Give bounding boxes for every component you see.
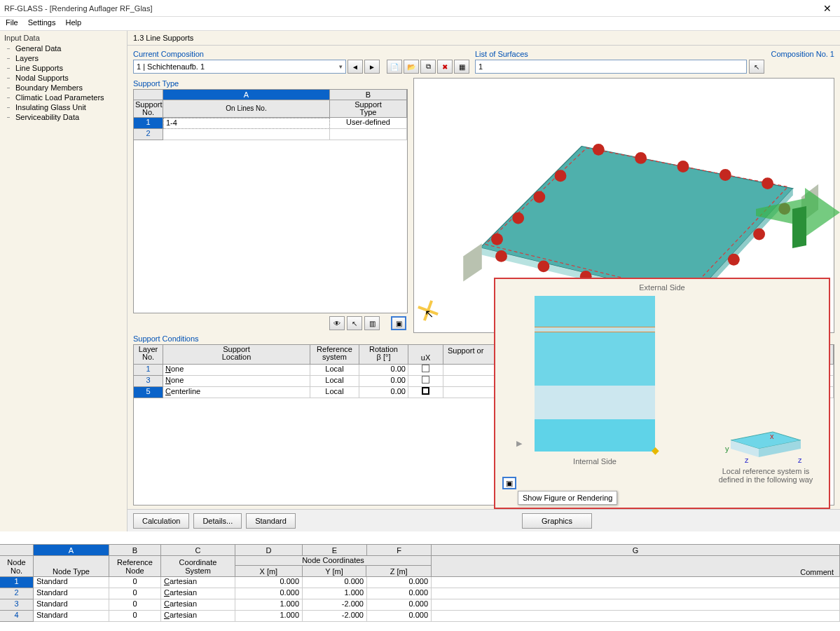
svg-text:z: z <box>798 456 802 464</box>
table-row[interactable]: 3 Standard 0 Cartesian 1.000 -2.000 0.00… <box>0 599 840 611</box>
support-type-label: Support Type <box>133 78 408 89</box>
svg-marker-0 <box>480 147 792 299</box>
open-button[interactable]: 📂 <box>404 60 419 74</box>
calculation-button[interactable]: Calculation <box>133 513 189 529</box>
menu-file[interactable]: File <box>6 18 18 29</box>
copy-button[interactable]: ⧉ <box>420 60 436 74</box>
dialog-buttons: Calculation Details... Standard Graphics <box>128 509 840 531</box>
tree-item-nodal-supports[interactable]: Nodal Supports <box>0 73 127 83</box>
select-icon[interactable]: ▥ <box>364 316 380 330</box>
svg-point-15 <box>719 169 731 181</box>
support-type-panel: Support Type A B SupportNo. On Lines No.… <box>133 78 408 333</box>
tree-item-service[interactable]: Serviceability Data <box>0 112 127 122</box>
svg-text:z: z <box>745 456 749 464</box>
node-table[interactable]: A B C D E F G NodeNo. Node Type Referenc… <box>0 544 840 631</box>
columns-button[interactable]: ▦ <box>454 60 469 74</box>
table-row[interactable]: 2 <box>134 129 407 140</box>
figure-toggle-button[interactable]: ▣ <box>391 316 406 330</box>
tooltip: Show Figure or Rendering <box>518 491 617 505</box>
surfaces-input[interactable] <box>475 60 747 74</box>
svg-point-17 <box>491 233 503 245</box>
svg-marker-25 <box>792 206 806 248</box>
svg-point-20 <box>555 170 567 182</box>
next-button[interactable]: ► <box>364 60 380 74</box>
col-b[interactable]: B <box>330 90 407 100</box>
delete-button[interactable]: ✖ <box>437 60 453 74</box>
window-title: RF-GLASS - [Rendering Auflager RF_Glas] <box>4 4 819 13</box>
close-icon[interactable]: ✕ <box>819 3 836 14</box>
show-figure-button[interactable]: ▣ <box>502 477 516 489</box>
svg-point-12 <box>593 144 605 156</box>
eye-icon[interactable]: 👁 <box>329 316 345 330</box>
legend-text: y x z z Local reference system is define… <box>707 419 825 484</box>
table-row[interactable]: 1 Standard 0 Cartesian 0.000 0.000 0.000 <box>0 577 840 588</box>
svg-point-4 <box>537 260 549 272</box>
svg-point-13 <box>635 152 647 164</box>
menubar: File Settings Help <box>0 17 840 31</box>
tree-item-general[interactable]: General Data <box>0 43 127 53</box>
layer-stack: ◆ <box>535 296 655 452</box>
table-row[interactable]: 1 1-4 User-defined <box>134 118 407 129</box>
checkbox[interactable] <box>422 387 429 395</box>
nav-tree: Input Data General Data Layers Line Supp… <box>0 31 128 531</box>
svg-text:y: y <box>725 445 729 453</box>
tree-item-boundary[interactable]: Boundary Members <box>0 83 127 93</box>
tree-item-climatic[interactable]: Climatic Load Parameters <box>0 93 127 102</box>
titlebar: RF-GLASS - [Rendering Auflager RF_Glas] … <box>0 0 840 17</box>
pick-icon[interactable]: ↖ <box>347 316 362 330</box>
composition-no: Composition No. 1 <box>771 50 835 58</box>
tree-item-line-supports[interactable]: Line Supports <box>0 63 127 73</box>
decorative-3d-arrow <box>756 181 840 251</box>
graphics-button[interactable]: Graphics <box>522 513 592 529</box>
composition-label: Current Composition <box>133 48 469 60</box>
standard-button[interactable]: Standard <box>246 513 296 529</box>
table-row[interactable]: 2 Standard 0 Cartesian 0.000 1.000 0.000 <box>0 588 840 599</box>
external-side-label: External Side <box>495 279 829 296</box>
composition-combo[interactable]: 1 | Schichtenaufb. 1 ▾ <box>133 60 346 74</box>
menu-help[interactable]: Help <box>65 18 81 29</box>
svg-point-14 <box>677 161 689 172</box>
svg-point-3 <box>495 250 507 262</box>
details-button[interactable]: Details... <box>193 513 242 529</box>
prev-button[interactable]: ◄ <box>347 60 363 74</box>
svg-point-19 <box>533 191 545 203</box>
new-button[interactable]: 📄 <box>387 60 402 74</box>
surfaces-panel: List of Surfaces Composition No. 1 ↖ <box>475 48 834 74</box>
svg-point-18 <box>512 212 524 224</box>
tree-item-igu[interactable]: Insulating Glass Unit <box>0 102 127 112</box>
composition-panel: Current Composition 1 | Schichtenaufb. 1… <box>133 48 469 74</box>
checkbox[interactable] <box>422 365 429 372</box>
tree-item-layers[interactable]: Layers <box>0 53 127 63</box>
figure-overlay: External Side ◆ ▶ Internal Side y x z z … <box>494 278 830 509</box>
svg-text:x: x <box>770 432 774 440</box>
svg-point-9 <box>728 254 740 266</box>
checkbox[interactable] <box>422 376 429 384</box>
table-row[interactable]: 4 Standard 0 Cartesian 1.000 -2.000 0.00… <box>0 611 840 622</box>
svg-marker-21 <box>463 243 482 281</box>
tree-root[interactable]: Input Data <box>0 32 127 43</box>
internal-side-label: Internal Side <box>535 453 655 470</box>
col-a[interactable]: A <box>163 90 330 100</box>
pick-surface-button[interactable]: ↖ <box>749 60 764 74</box>
composition-value: 1 | Schichtenaufb. 1 <box>137 62 205 71</box>
menu-settings[interactable]: Settings <box>28 18 56 29</box>
support-type-grid[interactable]: A B SupportNo. On Lines No. SupportType … <box>133 89 408 313</box>
chevron-down-icon: ▾ <box>339 63 343 70</box>
page-title: 1.3 Line Supports <box>128 31 840 46</box>
